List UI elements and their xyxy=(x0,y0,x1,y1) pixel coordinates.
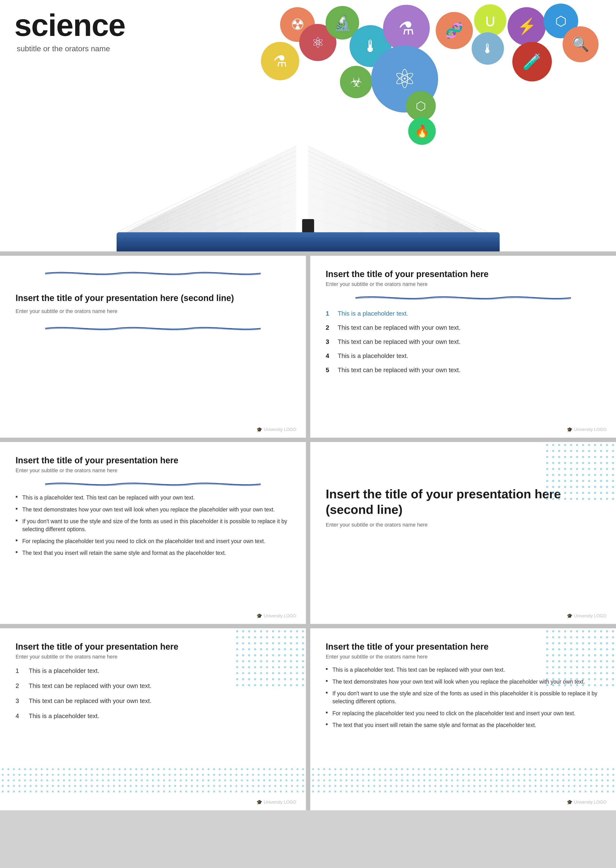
svg-point-687 xyxy=(462,768,464,770)
svg-point-901 xyxy=(429,791,431,793)
svg-point-183 xyxy=(248,648,250,650)
svg-point-53 xyxy=(570,456,572,458)
svg-point-27 xyxy=(558,444,560,446)
list-item: If you don't want to use the style and s… xyxy=(16,517,291,533)
svg-point-765 xyxy=(590,774,592,776)
svg-point-132 xyxy=(612,492,614,494)
svg-point-212 xyxy=(278,660,280,662)
svg-point-758 xyxy=(551,774,553,776)
svg-point-771 xyxy=(317,779,319,782)
svg-point-43 xyxy=(582,450,584,452)
svg-point-523 xyxy=(213,791,215,793)
svg-point-918 xyxy=(523,791,525,793)
svg-point-920 xyxy=(534,791,536,793)
svg-point-266 xyxy=(8,768,9,770)
svg-point-698 xyxy=(523,768,525,770)
svg-point-931 xyxy=(596,791,597,793)
svg-point-592 xyxy=(570,654,572,656)
svg-point-74 xyxy=(552,468,554,470)
svg-point-106 xyxy=(600,480,602,482)
svg-point-361 xyxy=(230,774,232,776)
svg-point-770 xyxy=(312,779,314,782)
svg-point-900 xyxy=(423,791,425,793)
svg-point-572 xyxy=(594,642,596,644)
svg-point-839 xyxy=(390,785,392,787)
svg-point-512 xyxy=(152,791,154,793)
svg-point-706 xyxy=(568,768,570,770)
book-base xyxy=(116,232,500,252)
svg-point-46 xyxy=(600,450,602,452)
svg-point-745 xyxy=(479,774,481,776)
svg-point-929 xyxy=(585,791,586,793)
svg-point-149 xyxy=(260,630,262,632)
svg-point-705 xyxy=(562,768,564,770)
svg-point-250 xyxy=(290,678,292,680)
svg-point-449 xyxy=(107,785,109,787)
svg-point-178 xyxy=(290,642,292,644)
svg-point-398 xyxy=(130,779,132,782)
svg-point-94 xyxy=(600,474,602,476)
svg-point-38 xyxy=(552,450,554,452)
svg-point-503 xyxy=(102,791,104,793)
university-logo-slide5: 🎓 University LOGO xyxy=(567,613,607,619)
svg-point-811 xyxy=(540,779,542,782)
svg-point-516 xyxy=(174,791,176,793)
svg-point-427 xyxy=(291,779,293,782)
svg-point-279 xyxy=(80,768,82,770)
list-item: The text demonstrates how your own text … xyxy=(326,678,601,686)
svg-point-910 xyxy=(479,791,481,793)
dot-pattern-slide6 xyxy=(234,628,306,688)
svg-point-556 xyxy=(570,636,572,638)
svg-point-395 xyxy=(113,779,115,782)
svg-point-469 xyxy=(218,785,220,787)
svg-point-83 xyxy=(606,468,608,470)
svg-point-179 xyxy=(295,642,298,644)
svg-point-351 xyxy=(174,774,176,776)
svg-point-804 xyxy=(501,779,503,782)
svg-point-434 xyxy=(24,785,26,787)
svg-point-198 xyxy=(266,654,268,656)
svg-point-52 xyxy=(564,456,566,458)
svg-point-363 xyxy=(241,774,243,776)
svg-point-48 xyxy=(612,450,614,452)
svg-point-311 xyxy=(258,768,259,770)
svg-point-663 xyxy=(329,768,331,770)
svg-point-622 xyxy=(606,666,608,668)
svg-point-756 xyxy=(540,774,542,776)
svg-point-569 xyxy=(576,642,578,644)
svg-point-192 xyxy=(302,648,304,650)
svg-point-370 xyxy=(280,774,282,776)
svg-point-817 xyxy=(574,779,575,782)
svg-point-128 xyxy=(588,492,590,494)
svg-point-607 xyxy=(588,660,590,662)
svg-point-791 xyxy=(429,779,431,782)
svg-point-80 xyxy=(588,468,590,470)
svg-point-276 xyxy=(63,768,65,770)
svg-point-479 xyxy=(274,785,276,787)
svg-point-710 xyxy=(590,768,592,770)
wave-slide3 xyxy=(326,293,601,302)
svg-point-558 xyxy=(582,636,584,638)
svg-point-423 xyxy=(269,779,270,782)
svg-point-208 xyxy=(254,660,256,662)
svg-point-845 xyxy=(423,785,425,787)
svg-point-89 xyxy=(570,474,572,476)
svg-point-869 xyxy=(556,785,559,787)
sci-icon-9: ∪ xyxy=(474,4,506,37)
svg-point-319 xyxy=(302,768,304,770)
svg-point-490 xyxy=(30,791,31,793)
svg-point-239 xyxy=(295,672,298,674)
svg-point-762 xyxy=(574,774,575,776)
svg-point-678 xyxy=(412,768,414,770)
list-item: The text demonstrates how your own text … xyxy=(16,506,291,514)
svg-point-261 xyxy=(284,684,286,686)
svg-point-125 xyxy=(570,492,572,494)
svg-point-513 xyxy=(157,791,159,793)
svg-point-394 xyxy=(107,779,109,782)
svg-point-763 xyxy=(579,774,581,776)
svg-point-928 xyxy=(579,791,581,793)
svg-point-760 xyxy=(562,774,564,776)
svg-point-386 xyxy=(63,779,65,782)
list-item: If you don't want to use the style and s… xyxy=(326,690,601,706)
svg-point-562 xyxy=(606,636,608,638)
